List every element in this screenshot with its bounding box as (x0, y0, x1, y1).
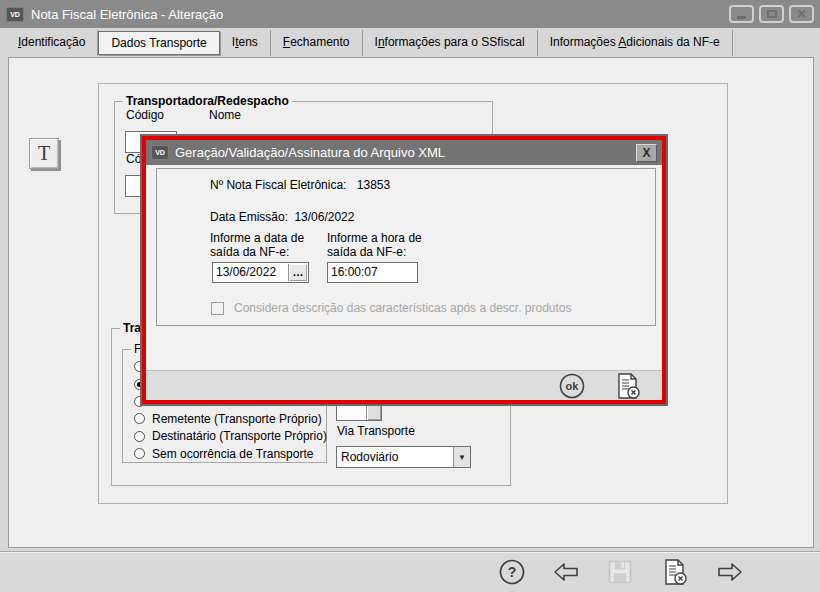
chevron-down-icon[interactable]: ▼ (453, 447, 470, 467)
cancel-nfe-button[interactable] (660, 558, 690, 586)
tab-fechamento[interactable]: Fechamento (271, 30, 363, 56)
codigo-label: Código (126, 108, 164, 122)
maximize-icon (767, 10, 777, 18)
emissao-value: 13/06/2022 (294, 210, 354, 224)
data-saida-input[interactable]: 13/06/2022 … (212, 262, 309, 283)
help-button[interactable]: ? (498, 558, 526, 586)
date-picker-button[interactable]: … (288, 264, 307, 281)
cancel-document-icon (660, 558, 690, 586)
svg-text:ok: ok (566, 380, 580, 392)
hora-saida-label: Informe a hora de saída da NF-e: (327, 231, 422, 259)
via-transporte-value: Rodoviário (337, 450, 453, 464)
dialog-title: Geração/Validação/Assinatura do Arquivo … (175, 145, 630, 160)
dialog-logo-icon: VD (151, 145, 169, 160)
radio-frete-option-5[interactable]: Destinatário (Transporte Próprio) (134, 428, 327, 445)
via-transporte-select[interactable]: Rodoviário ▼ (336, 446, 471, 468)
close-button[interactable]: ✕ (789, 5, 814, 23)
tab-dados-transporte[interactable]: Dados Transporte (98, 31, 219, 55)
tab-identifica-o[interactable]: Identificação (6, 30, 98, 56)
window-titlebar: VD Nota Fiscal Eletrônica - Alteração ✕ (0, 0, 820, 28)
tab-bar: IdentificaçãoDados TransporteItensFecham… (6, 30, 733, 56)
previous-button[interactable] (552, 558, 580, 586)
ok-icon: ok (558, 372, 586, 400)
considera-descricao-checkbox[interactable] (211, 302, 224, 315)
radio-icon[interactable] (134, 448, 145, 459)
bottom-toolbar: ? (0, 551, 820, 592)
xml-generation-dialog: VD Geração/Validação/Assinatura do Arqui… (140, 134, 668, 406)
cancel-button[interactable] (613, 372, 643, 400)
hora-saida-input[interactable]: 16:00:07 (327, 262, 418, 283)
back-arrow-icon (552, 558, 580, 586)
cancel-document-icon (613, 372, 643, 400)
dialog-footer: ok (146, 370, 662, 400)
transportadora-group-title: Transportadora/Redespacho (123, 94, 292, 108)
data-saida-label: Informe a data de saída da NF-e: (210, 231, 304, 259)
dialog-close-button[interactable]: X (636, 144, 657, 162)
via-transporte-label: Via Transporte (337, 424, 415, 438)
dialog-body: Nº Nota Fiscal Eletrônica: 13853 Data Em… (146, 165, 662, 400)
svg-text:?: ? (508, 564, 517, 580)
dialog-titlebar: VD Geração/Validação/Assinatura do Arqui… (146, 140, 662, 165)
maximize-button[interactable] (759, 5, 784, 23)
tab-itens[interactable]: Itens (220, 30, 271, 56)
dialog-highlight-border: VD Geração/Validação/Assinatura do Arqui… (142, 136, 666, 404)
radio-label: Sem ocorrência de Transporte (152, 447, 313, 461)
radio-label: Remetente (Transporte Próprio) (152, 412, 322, 426)
save-icon (606, 558, 634, 586)
forward-arrow-icon (716, 558, 744, 586)
stepper-button[interactable] (366, 404, 381, 420)
help-icon: ? (498, 558, 526, 586)
ok-button[interactable]: ok (558, 372, 586, 400)
save-button[interactable] (606, 558, 634, 586)
radio-icon[interactable] (134, 431, 145, 442)
radio-frete-option-6[interactable]: Sem ocorrência de Transporte (134, 445, 327, 462)
radio-frete-option-4[interactable]: Remetente (Transporte Próprio) (134, 410, 327, 427)
app-logo-icon: VD (6, 7, 24, 22)
minimize-icon (737, 16, 746, 19)
emissao-label: Data Emissão: (210, 210, 288, 224)
text-tool-button[interactable]: T (29, 138, 59, 169)
tab-informa-es-para-o-ssfiscal[interactable]: Informações para o SSfiscal (363, 30, 538, 56)
radio-label: Destinatário (Transporte Próprio) (152, 429, 327, 443)
window-title: Nota Fiscal Eletrônica - Alteração (31, 7, 722, 22)
nfe-number-value: 13853 (357, 178, 390, 192)
considera-descricao-label: Considera descrição das características … (234, 301, 572, 315)
nome-label: Nome (209, 108, 241, 122)
close-icon: ✕ (796, 8, 806, 20)
nfe-number-label: Nº Nota Fiscal Eletrônica: (210, 178, 346, 192)
radio-icon[interactable] (134, 413, 145, 424)
minimize-button[interactable] (729, 5, 754, 23)
next-button[interactable] (716, 558, 744, 586)
tab-informa-es-adicionais-da-nf-e[interactable]: Informações Adicionais da NF-e (538, 30, 733, 56)
